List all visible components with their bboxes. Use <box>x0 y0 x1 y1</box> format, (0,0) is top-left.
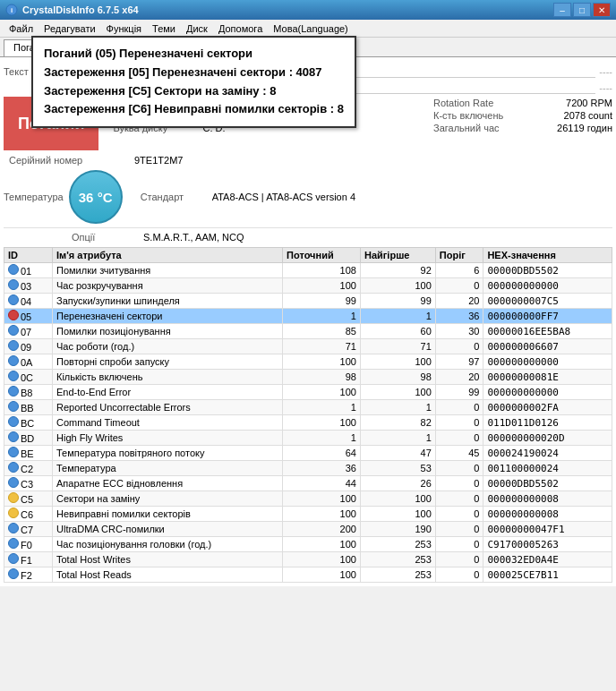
menu-item-редагувати[interactable]: Редагувати <box>38 22 101 35</box>
rotation-label: Rotation Rate <box>433 98 493 108</box>
row-indicator <box>8 294 19 305</box>
minimize-button[interactable]: – <box>553 3 571 17</box>
cell-current: 100 <box>283 491 361 507</box>
table-row[interactable]: C2 Температура 36 53 0 001100000024 <box>4 461 612 476</box>
cell-hex: 000000000000 <box>483 385 612 400</box>
app-icon: i <box>5 4 18 16</box>
cell-threshold: 0 <box>435 522 483 537</box>
table-row[interactable]: C6 Невиправні помилки секторів 100 100 0… <box>4 507 612 522</box>
cell-id: C5 <box>4 491 53 507</box>
menu-item-допомога[interactable]: Допомога <box>213 22 268 35</box>
close-button[interactable]: ✕ <box>593 3 611 17</box>
power-row: К-сть включень 2078 count <box>433 109 612 122</box>
cell-id: C3 <box>4 476 53 491</box>
hours-row: Загальний час 26119 годин <box>433 122 612 134</box>
row-indicator <box>8 279 19 290</box>
options-value: S.M.A.R.T., AAM, NCQ <box>143 232 244 243</box>
cell-worst: 60 <box>360 324 435 339</box>
serial-label: Серійний номер <box>9 155 134 166</box>
cell-id: C2 <box>4 461 53 476</box>
menu-item-теми[interactable]: Теми <box>147 22 181 35</box>
cell-threshold: 0 <box>435 400 483 415</box>
cell-current: 1 <box>283 400 361 415</box>
table-row[interactable]: BC Command Timeout 100 82 0 011D011D0126 <box>4 415 612 431</box>
cell-name: Reported Uncorrectable Errors <box>53 400 283 415</box>
cell-name: Total Host Reads <box>53 567 283 583</box>
table-row[interactable]: 01 Помилки зчитування 108 92 6 00000DBD5… <box>4 263 612 278</box>
hours-label: Загальний час <box>433 123 500 133</box>
cell-id: C6 <box>4 507 53 522</box>
cell-worst: 47 <box>360 446 435 461</box>
cell-threshold: 45 <box>435 446 483 461</box>
cell-worst: 1 <box>360 309 435 324</box>
cell-current: 98 <box>283 370 361 385</box>
cell-name: Повторні спроби запуску <box>53 354 283 370</box>
menu-item-диск[interactable]: Диск <box>181 22 213 35</box>
table-row[interactable]: F2 Total Host Reads 100 253 0 000025CE7B… <box>4 567 612 583</box>
cell-name: High Fly Writes <box>53 431 283 446</box>
cell-worst: 53 <box>360 461 435 476</box>
cell-id: 01 <box>4 263 53 278</box>
temp-standard-row: Температура 36 °C Стандарт ATA8-ACS | AT… <box>4 170 612 224</box>
cell-name: Час роботи (год.) <box>53 339 283 354</box>
table-row[interactable]: C3 Апаратне ECC відновлення 44 26 0 0000… <box>4 476 612 491</box>
menu-item-мова(language)[interactable]: Мова(Language) <box>268 22 354 35</box>
row-indicator <box>8 477 19 488</box>
standard-section: Стандарт ATA8-ACS | ATA8-ACS version 4 <box>141 192 612 202</box>
cell-worst: 26 <box>360 476 435 491</box>
cell-id: BD <box>4 431 53 446</box>
options-label: Опції <box>72 232 143 243</box>
cell-hex: 000024190024 <box>483 446 612 461</box>
cell-id: 07 <box>4 324 53 339</box>
table-row[interactable]: F0 Час позиціонування головки (год.) 100… <box>4 537 612 552</box>
row-indicator <box>8 447 19 457</box>
table-row[interactable]: BB Reported Uncorrectable Errors 1 1 0 0… <box>4 400 612 415</box>
cell-name: Невиправні помилки секторів <box>53 507 283 522</box>
main-section: Поганий (05) Перенезначені сектори Засте… <box>0 57 616 586</box>
table-row[interactable]: C5 Сектори на заміну 100 100 0 000000000… <box>4 491 612 507</box>
table-row[interactable]: 05 Перенезначені сектори 1 1 36 00000000… <box>4 309 612 324</box>
table-row[interactable]: 04 Запуски/зупинки шпинделя 99 99 20 000… <box>4 294 612 309</box>
col-threshold: Поріг <box>435 248 483 263</box>
table-row[interactable]: B8 End-to-End Error 100 100 99 000000000… <box>4 385 612 400</box>
cell-worst: 100 <box>360 278 435 294</box>
cell-name: Кількість включень <box>53 370 283 385</box>
table-row[interactable]: 0C Кількість включень 98 98 20 000000000… <box>4 370 612 385</box>
cell-worst: 100 <box>360 491 435 507</box>
table-row[interactable]: C7 UltraDMA CRC-помилки 200 190 0 000000… <box>4 522 612 537</box>
model-dash2: ---- <box>599 82 612 93</box>
cell-hex: 00000DBD5502 <box>483 476 612 491</box>
cell-worst: 1 <box>360 400 435 415</box>
cell-threshold: 0 <box>435 431 483 446</box>
table-row[interactable]: 09 Час роботи (год.) 71 71 0 00000000660… <box>4 339 612 354</box>
cell-name: Температура повітряного потоку <box>53 446 283 461</box>
table-row[interactable]: 0A Повторні спроби запуску 100 100 97 00… <box>4 354 612 370</box>
table-row[interactable]: F1 Total Host Writes 100 253 0 000032ED0… <box>4 552 612 567</box>
warning-line3: Застереження [С5] Сектори на заміну : 8 <box>44 82 344 101</box>
cell-threshold: 0 <box>435 507 483 522</box>
menu-item-функція[interactable]: Функція <box>101 22 147 35</box>
cell-hex: 00000DBD5502 <box>483 263 612 278</box>
cell-worst: 1 <box>360 431 435 446</box>
cell-current: 100 <box>283 385 361 400</box>
maximize-button[interactable]: □ <box>573 3 591 17</box>
cell-hex: 001100000024 <box>483 461 612 476</box>
hours-value: 26119 годин <box>557 123 612 133</box>
cell-hex: 00000000081E <box>483 370 612 385</box>
cell-hex: C91700005263 <box>483 537 612 552</box>
table-row[interactable]: BE Температура повітряного потоку 64 47 … <box>4 446 612 461</box>
table-row[interactable]: 07 Помилки позиціонування 85 60 30 00000… <box>4 324 612 339</box>
cell-name: Total Host Writes <box>53 552 283 567</box>
cell-current: 100 <box>283 278 361 294</box>
cell-current: 100 <box>283 415 361 431</box>
row-indicator <box>8 264 19 275</box>
cell-threshold: 0 <box>435 415 483 431</box>
cell-id: 04 <box>4 294 53 309</box>
warning-line4: Застереження [С6] Невиправні помилки сек… <box>44 100 344 119</box>
cell-threshold: 36 <box>435 309 483 324</box>
row-indicator <box>8 492 19 503</box>
col-worst: Найгірше <box>360 248 435 263</box>
table-row[interactable]: 03 Час розкручування 100 100 0 000000000… <box>4 278 612 294</box>
menu-item-файл[interactable]: Файл <box>4 22 38 35</box>
table-row[interactable]: BD High Fly Writes 1 1 0 000000000020D <box>4 431 612 446</box>
